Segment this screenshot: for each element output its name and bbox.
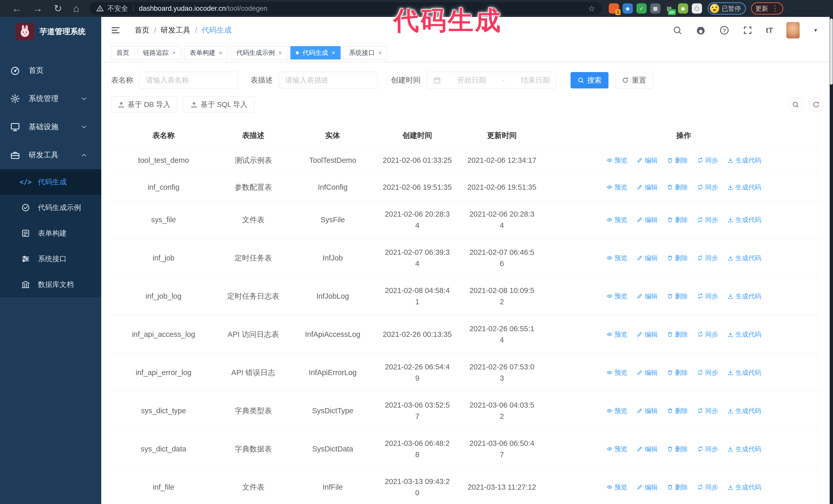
table-desc-input[interactable]: 请输入表描述 (279, 72, 378, 89)
user-avatar[interactable] (786, 22, 800, 39)
font-size-icon[interactable]: tT (766, 26, 773, 34)
action-preview-link[interactable]: 预览 (606, 154, 627, 166)
address-bar[interactable]: 不安全 dashboard.yudao.iocoder.cn /tool/cod… (90, 2, 602, 15)
bookmark-star-icon[interactable]: ☆ (588, 4, 595, 13)
action-delete-link[interactable]: 删除 (667, 405, 688, 416)
action-edit-link[interactable]: 编辑 (637, 252, 658, 264)
sidebar-subitem-0[interactable]: </>代码生成 (0, 169, 101, 195)
action-preview-link[interactable]: 预览 (606, 481, 627, 493)
action-generate-link[interactable]: 生成代码 (728, 367, 761, 378)
browser-back-icon[interactable]: ← (12, 4, 22, 13)
action-generate-link[interactable]: 生成代码 (728, 290, 761, 302)
action-sync-link[interactable]: 同步 (697, 182, 718, 193)
tab-3[interactable]: 代码生成示例× (231, 46, 287, 59)
toggle-search-icon[interactable] (788, 97, 803, 112)
sidebar-subitem-4[interactable]: 数据库文档 (0, 272, 101, 297)
action-delete-link[interactable]: 删除 (667, 154, 688, 166)
action-edit-link[interactable]: 编辑 (637, 443, 658, 455)
sidebar-subitem-3[interactable]: 系统接口 (0, 246, 101, 272)
refresh-icon[interactable] (809, 97, 823, 112)
scrollbar-track[interactable] (830, 17, 833, 504)
import-sql-button[interactable]: 基于 SQL 导入 (184, 96, 254, 113)
sidebar-item-0[interactable]: 首页 (0, 56, 101, 85)
action-preview-link[interactable]: 预览 (606, 443, 627, 455)
action-sync-link[interactable]: 同步 (697, 154, 718, 166)
fullscreen-icon[interactable] (743, 25, 753, 35)
blue-gem-extension-icon[interactable]: ◆ (623, 3, 633, 14)
action-edit-link[interactable]: 编辑 (637, 329, 658, 340)
avatar-caret-down-icon[interactable]: ▼ (813, 27, 818, 33)
action-delete-link[interactable]: 删除 (667, 290, 688, 302)
green-robot-extension-icon[interactable]: ◉ (678, 3, 688, 14)
action-edit-link[interactable]: 编辑 (637, 214, 658, 225)
action-preview-link[interactable]: 预览 (606, 367, 627, 378)
action-generate-link[interactable]: 生成代码 (728, 443, 761, 455)
action-sync-link[interactable]: 同步 (697, 214, 718, 225)
sidebar-subitem-1[interactable]: 代码生成示例 (0, 195, 101, 220)
tab-4[interactable]: 代码生成× (290, 46, 341, 59)
action-sync-link[interactable]: 同步 (697, 481, 718, 493)
sidebar-item-1[interactable]: 系统管理 (0, 85, 101, 113)
app-logo[interactable]: 芋道管理系统 (0, 17, 101, 41)
action-preview-link[interactable]: 预览 (606, 252, 627, 264)
action-preview-link[interactable]: 预览 (606, 214, 627, 225)
github-icon[interactable] (696, 25, 706, 35)
action-edit-link[interactable]: 编辑 (637, 481, 658, 493)
action-delete-link[interactable]: 删除 (667, 367, 688, 378)
table-name-input[interactable]: 请输入表名称 (139, 72, 238, 89)
action-generate-link[interactable]: 生成代码 (728, 329, 761, 340)
tab-5[interactable]: 系统接口× (344, 46, 387, 59)
action-delete-link[interactable]: 删除 (667, 182, 688, 193)
puzzle-extension-icon[interactable]: ⬡ (692, 3, 702, 14)
sidebar-item-3[interactable]: 研发工具 (0, 141, 101, 169)
action-edit-link[interactable]: 编辑 (637, 290, 658, 302)
tab-close-icon[interactable]: × (219, 49, 222, 56)
action-delete-link[interactable]: 删除 (667, 481, 688, 493)
browser-update-button[interactable]: 更新 ⋮ (751, 2, 783, 15)
action-edit-link[interactable]: 编辑 (637, 405, 658, 416)
orange-circle-extension-icon[interactable]: 1 (609, 3, 619, 14)
breadcrumb-home[interactable]: 首页 (135, 25, 149, 35)
reset-button[interactable]: 重置 (615, 72, 653, 89)
tab-close-icon[interactable]: × (378, 49, 382, 56)
action-generate-link[interactable]: 生成代码 (728, 481, 761, 493)
action-sync-link[interactable]: 同步 (697, 252, 718, 264)
profile-sync-paused-button[interactable]: 已暂停 (708, 2, 746, 15)
tab-0[interactable]: 首页 (111, 46, 135, 59)
action-generate-link[interactable]: 生成代码 (728, 182, 761, 193)
action-generate-link[interactable]: 生成代码 (728, 252, 761, 264)
action-sync-link[interactable]: 同步 (697, 443, 718, 455)
browser-forward-icon[interactable]: → (33, 4, 43, 13)
action-edit-link[interactable]: 编辑 (637, 367, 658, 378)
search-button[interactable]: 搜索 (571, 72, 609, 89)
browser-reload-icon[interactable]: ↻ (54, 4, 62, 13)
dark-on-extension-icon[interactable]: ▤on (664, 3, 674, 14)
browser-home-icon[interactable]: ⌂ (73, 4, 79, 13)
action-edit-link[interactable]: 编辑 (637, 154, 658, 166)
scrollbar-thumb[interactable] (830, 19, 833, 85)
tab-1[interactable]: 链路追踪× (138, 46, 181, 59)
action-preview-link[interactable]: 预览 (606, 290, 627, 302)
action-preview-link[interactable]: 预览 (606, 405, 627, 416)
tab-2[interactable]: 表单构建× (184, 46, 228, 59)
breadcrumb-devtools[interactable]: 研发工具 (161, 25, 190, 35)
action-sync-link[interactable]: 同步 (697, 405, 718, 416)
action-delete-link[interactable]: 删除 (667, 214, 688, 225)
action-generate-link[interactable]: 生成代码 (728, 214, 761, 225)
green-check-extension-icon[interactable]: ✓ (636, 3, 647, 14)
date-range-picker[interactable]: 开始日期 - 结束日期 (427, 72, 556, 89)
action-delete-link[interactable]: 删除 (667, 329, 688, 340)
tab-close-icon[interactable]: × (172, 49, 176, 56)
action-sync-link[interactable]: 同步 (697, 367, 718, 378)
action-generate-link[interactable]: 生成代码 (728, 405, 761, 416)
tab-close-icon[interactable]: × (278, 49, 282, 56)
action-generate-link[interactable]: 生成代码 (728, 154, 761, 166)
import-db-button[interactable]: 基于 DB 导入 (111, 96, 177, 113)
browser-menu-icon[interactable]: ⋮ (771, 5, 779, 12)
action-preview-link[interactable]: 预览 (606, 182, 627, 193)
grid-extension-icon[interactable]: ▦ (650, 3, 661, 14)
sidebar-item-2[interactable]: 基础设施 (0, 113, 101, 141)
tab-close-icon[interactable]: × (332, 49, 335, 56)
sidebar-toggle-icon[interactable] (111, 25, 121, 35)
action-preview-link[interactable]: 预览 (606, 329, 627, 340)
